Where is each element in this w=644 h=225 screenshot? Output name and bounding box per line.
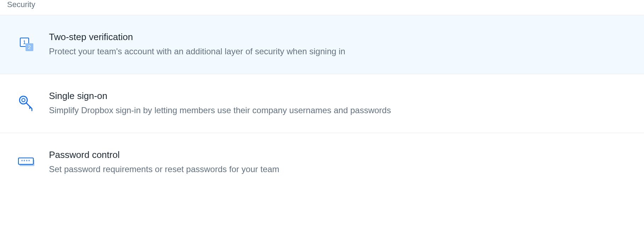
setting-title: Two-step verification xyxy=(49,32,345,43)
setting-title: Single sign-on xyxy=(49,90,391,101)
setting-row-single-sign-on[interactable]: Single sign-on Simplify Dropbox sign-in … xyxy=(0,74,644,133)
svg-text:****: **** xyxy=(21,159,31,164)
setting-description: Simplify Dropbox sign-in by letting memb… xyxy=(49,104,391,116)
setting-row-two-step-verification[interactable]: 1 2 Two-step verification Protect your t… xyxy=(0,15,644,74)
setting-title: Password control xyxy=(49,149,279,160)
setting-description: Set password requirements or reset passw… xyxy=(49,163,279,175)
setting-description: Protect your team's account with an addi… xyxy=(49,45,345,57)
setting-text: Single sign-on Simplify Dropbox sign-in … xyxy=(49,90,391,116)
password-icon: **** xyxy=(18,153,35,171)
svg-text:1: 1 xyxy=(23,39,26,45)
setting-text: Password control Set password requiremen… xyxy=(49,149,279,175)
setting-row-password-control[interactable]: **** Password control Set password requi… xyxy=(0,133,644,192)
key-icon xyxy=(18,94,35,112)
svg-point-5 xyxy=(22,99,25,102)
settings-list: 1 2 Two-step verification Protect your t… xyxy=(0,15,644,191)
section-title: Security xyxy=(7,0,35,9)
setting-text: Two-step verification Protect your team'… xyxy=(49,32,345,57)
two-step-verification-icon: 1 2 xyxy=(18,35,35,53)
svg-text:2: 2 xyxy=(28,44,31,50)
section-header: Security xyxy=(0,0,644,15)
